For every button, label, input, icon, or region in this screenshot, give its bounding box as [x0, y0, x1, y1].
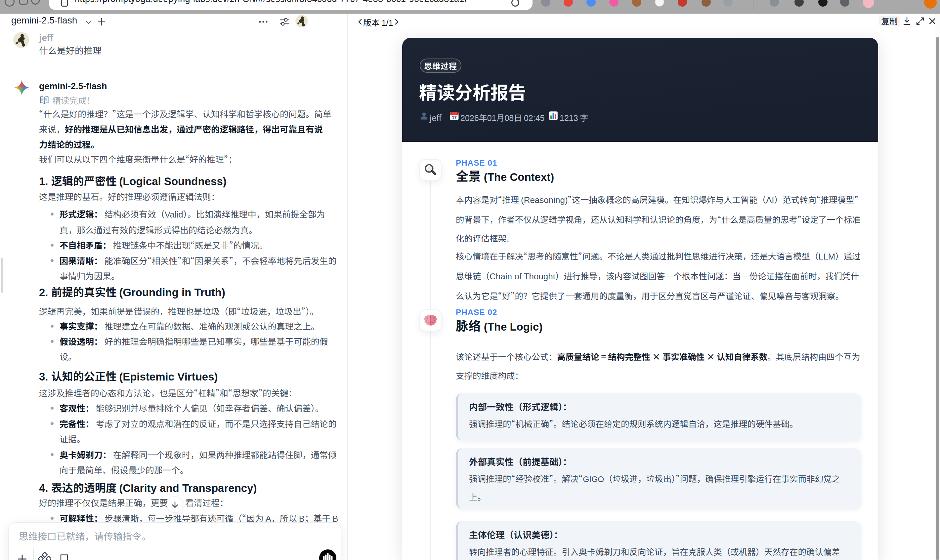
- svg-text:17: 17: [452, 115, 457, 120]
